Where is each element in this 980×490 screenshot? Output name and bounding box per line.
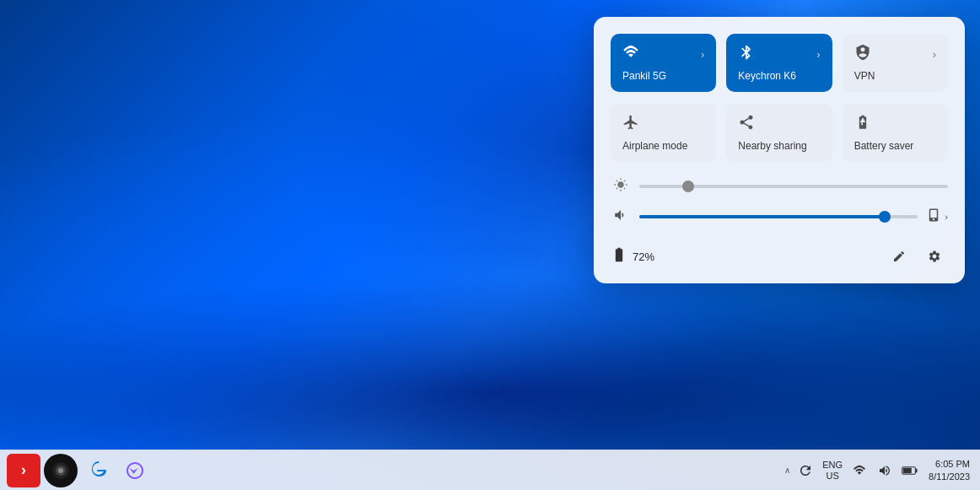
volume-right-controls: › (926, 207, 948, 226)
language-code: ENG (822, 460, 843, 470)
bluetooth-chevron-icon: › (816, 48, 820, 61)
bluetooth-tile[interactable]: › Keychron K6 (726, 34, 832, 92)
taskbar-app-1[interactable]: › (7, 454, 40, 487)
svg-rect-4 (903, 467, 912, 472)
taskbar: › ∧ (0, 450, 980, 490)
panel-action-buttons (886, 243, 948, 270)
battery-saver-label: Battery saver (854, 140, 914, 152)
volume-slider-row: › (611, 207, 948, 226)
tray-wifi-icon[interactable] (849, 460, 870, 481)
edit-button[interactable] (886, 243, 913, 270)
battery-saver-tile[interactable]: Battery saver (843, 104, 948, 162)
clock-time: 6:05 PM (935, 458, 970, 470)
brightness-thumb[interactable] (682, 180, 694, 192)
language-region: US (827, 471, 839, 481)
airplane-mode-tile[interactable]: Airplane mode (611, 104, 716, 162)
airplane-mode-label: Airplane mode (622, 140, 687, 152)
tray-battery-icon[interactable] (900, 460, 920, 481)
nearby-sharing-tile[interactable]: Nearby sharing (726, 104, 832, 162)
quick-toggle-row-1: › Pankil 5G › Keychron K6 (611, 34, 948, 92)
svg-point-2 (58, 468, 63, 473)
bluetooth-icon (738, 44, 755, 65)
sliders-section: › (611, 177, 948, 226)
brightness-slider-row (611, 177, 948, 196)
language-display[interactable]: ENG US (821, 460, 844, 480)
volume-chevron-icon: › (945, 212, 948, 222)
airplane-icon (622, 114, 639, 135)
quick-settings-panel: › Pankil 5G › Keychron K6 (594, 17, 965, 283)
battery-display: 72% (611, 246, 654, 267)
svg-rect-5 (915, 468, 917, 471)
clock-display[interactable]: 6:05 PM 8/11/2023 (925, 458, 973, 482)
volume-thumb[interactable] (879, 211, 891, 223)
quick-toggle-row-2: Airplane mode Nearby sharing (611, 104, 948, 162)
taskbar-app-edge[interactable] (81, 454, 115, 487)
settings-button[interactable] (921, 243, 948, 270)
wifi-tile[interactable]: › Pankil 5G (611, 34, 716, 92)
system-tray: ∧ (783, 460, 816, 481)
nearby-sharing-label: Nearby sharing (738, 140, 806, 152)
battery-level-icon (611, 246, 627, 267)
tray-expand-button[interactable]: ∧ (783, 466, 792, 475)
bluetooth-label: Keychron K6 (738, 70, 796, 82)
wifi-chevron-icon: › (701, 48, 704, 61)
brightness-icon (611, 177, 631, 196)
tray-refresh-icon[interactable] (795, 460, 816, 481)
taskbar-app-4[interactable] (118, 454, 152, 487)
taskbar-apps: › (7, 454, 152, 487)
clock-date: 8/11/2023 (929, 471, 970, 482)
volume-slider[interactable] (639, 215, 918, 218)
vpn-tile[interactable]: › VPN (843, 34, 948, 92)
panel-bottom-bar: 72% (611, 240, 948, 270)
battery-saver-icon (854, 114, 871, 135)
tray-volume-icon[interactable] (875, 460, 895, 481)
brightness-slider[interactable] (639, 185, 948, 188)
taskbar-right: ∧ ENG US (783, 458, 973, 482)
vpn-icon (854, 44, 871, 65)
nearby-sharing-icon (738, 114, 755, 135)
volume-output-icon (926, 207, 941, 226)
battery-percent: 72% (633, 250, 654, 263)
wifi-icon (622, 44, 639, 65)
wifi-label: Pankil 5G (622, 70, 666, 82)
volume-icon (611, 207, 631, 226)
vpn-chevron-icon: › (933, 48, 936, 61)
taskbar-app-2[interactable] (44, 454, 78, 487)
vpn-label: VPN (854, 70, 875, 82)
